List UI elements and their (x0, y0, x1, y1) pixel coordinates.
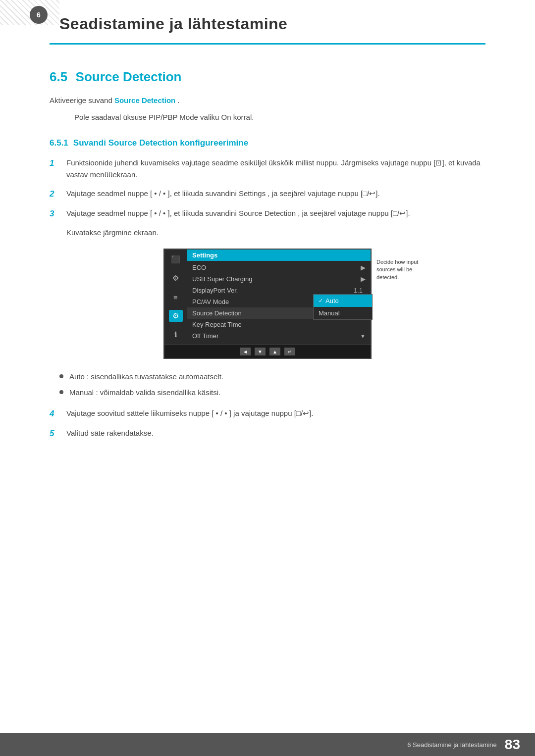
bullet-list: Auto : sisendallikas tuvastatakse automa… (59, 371, 485, 399)
subsection-number: 6.5.1 (50, 138, 68, 148)
subsection-title: Suvandi Source Detection konfigureerimin… (73, 138, 248, 148)
nav-down[interactable]: ▼ (255, 348, 266, 355)
bullet-dot-auto (59, 374, 63, 378)
section-heading: 6.5 Source Detection (50, 69, 485, 85)
menu-row-eco: ECO ▶ (187, 262, 371, 273)
steps-list: 1 Funktsioonide juhendi kuvamiseks vajut… (50, 157, 485, 220)
screen-label: Kuvatakse järgmine ekraan. (66, 227, 485, 239)
main-title: Seadistamine ja lähtestamine (59, 15, 287, 33)
menu-row-key: Key Repeat Time (187, 319, 371, 330)
chapter-circle: 6 (30, 6, 48, 24)
section-title: Source Detection (76, 69, 182, 84)
nav-enter[interactable]: ↵ (284, 348, 295, 355)
note-paragraph: Pole saadaval üksuse PIP/PBP Mode valiku… (50, 111, 485, 123)
footer-page-number: 83 (505, 737, 520, 753)
step-3: 3 Vajutage seadmel nuppe [ • / • ], et l… (50, 207, 485, 220)
nav-left[interactable]: ◄ (240, 348, 251, 355)
footer: 6 Seadistamine ja lähtestamine 83 (0, 733, 535, 756)
bullet-manual: Manual : võimaldab valida sisendallika k… (59, 387, 485, 399)
intro-paragraph: Aktiveerige suvand Source Detection . (50, 95, 485, 106)
section-number: 6.5 (50, 69, 67, 84)
submenu-popup: ✓ Auto Manual (313, 294, 373, 320)
menu-icon-settings: ⚙ (169, 310, 183, 322)
monitor-bottom-bar: ◄ ▼ ▲ ↵ (164, 345, 371, 358)
menu-row-off: Off Timer ▼ (187, 330, 371, 342)
screenshot-container: ⬛ ⚙ ≡ ⚙ ℹ Settings ECO ▶ (50, 249, 485, 359)
menu-icon-info: ℹ (169, 329, 183, 341)
top-decoration (0, 0, 59, 40)
bullet-dot-manual (59, 390, 63, 394)
step-5: 5 Valitud säte rakendatakse. (50, 427, 485, 440)
submenu-auto: ✓ Auto (314, 295, 372, 307)
menu-sidebar: ⬛ ⚙ ≡ ⚙ ℹ (164, 250, 187, 345)
content-area: 6.5 Source Detection Aktiveerige suvand … (0, 45, 535, 486)
nav-up[interactable]: ▲ (269, 348, 280, 355)
submenu-manual: Manual (314, 307, 372, 319)
main-title-bar: Seadistamine ja lähtestamine (0, 0, 535, 43)
menu-row-usb: USB Super Charging ▶ (187, 273, 371, 285)
menu-tooltip: Decide how input sources will be detecte… (376, 258, 426, 281)
menu-icon-display: ⬛ (169, 253, 183, 265)
menu-icon-color: ≡ (169, 291, 183, 303)
step-2: 2 Vajutage seadmel nuppe [ • / • ], et l… (50, 188, 485, 201)
footer-chapter-text: 6 Seadistamine ja lähtestamine (407, 741, 497, 749)
subsection-heading: 6.5.1 Suvandi Source Detection konfigure… (50, 138, 485, 148)
step-1: 1 Funktsioonide juhendi kuvamiseks vajut… (50, 157, 485, 181)
menu-header: Settings (187, 250, 371, 261)
step-4: 4 Vajutage soovitud sättele liikumiseks … (50, 407, 485, 420)
menu-icon-picture: ⚙ (169, 272, 183, 284)
step4-list: 4 Vajutage soovitud sättele liikumiseks … (50, 407, 485, 440)
monitor-menu: ⬛ ⚙ ≡ ⚙ ℹ Settings ECO ▶ (163, 249, 372, 359)
bullet-auto: Auto : sisendallikas tuvastatakse automa… (59, 371, 485, 383)
